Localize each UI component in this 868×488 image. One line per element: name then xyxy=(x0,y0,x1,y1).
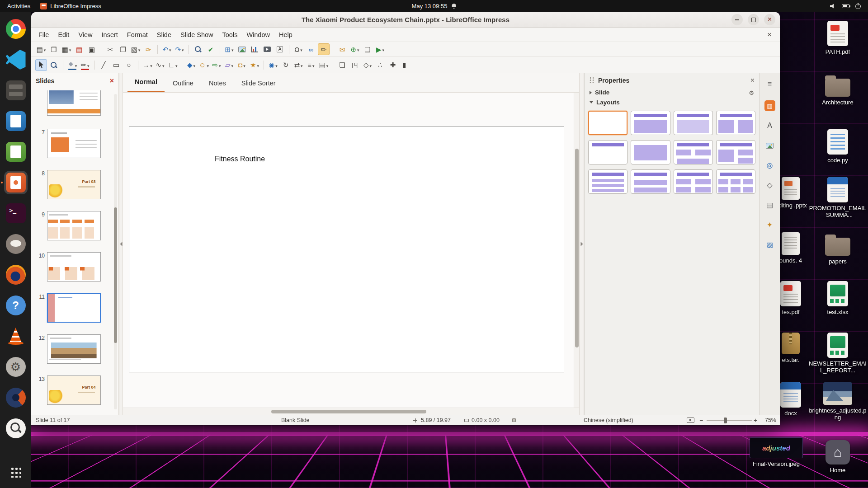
zoom-out-button[interactable] xyxy=(699,415,703,425)
menu-file[interactable]: File xyxy=(34,29,53,41)
sidebar-tab-master-slides[interactable]: ▤ xyxy=(764,199,776,211)
new-slide-dropdown-caret[interactable] xyxy=(356,45,359,53)
block-arrows-dropdown-caret[interactable] xyxy=(218,61,221,69)
fill-color-dropdown-caret[interactable] xyxy=(74,61,77,69)
insert-special-character-dropdown-caret[interactable] xyxy=(299,45,302,53)
dock-gimp[interactable] xyxy=(4,232,28,256)
insert-line-button[interactable]: ╱ xyxy=(98,59,109,71)
menu-edit[interactable]: Edit xyxy=(53,29,74,41)
connectors-dropdown-caret[interactable] xyxy=(175,61,178,69)
insert-table-dropdown-caret[interactable] xyxy=(231,45,234,53)
start-from-first-slide-dropdown-caret[interactable] xyxy=(382,45,385,53)
redo-button[interactable]: ↷ xyxy=(174,43,185,55)
copy-button[interactable]: ❐ xyxy=(117,43,129,55)
edit-points-button[interactable]: ∴ xyxy=(374,59,386,71)
layout-title-only[interactable] xyxy=(588,140,627,164)
print-button[interactable]: ▣ xyxy=(86,43,98,55)
cut-button[interactable]: ✂ xyxy=(104,43,116,55)
slides-scrollbar[interactable] xyxy=(114,94,117,409)
sidebar-tab-shapes[interactable]: ◇ xyxy=(764,179,776,192)
slide-thumbnail-9[interactable] xyxy=(47,211,101,240)
maximize-button[interactable] xyxy=(748,14,759,25)
sidebar-tab-animation[interactable]: ✦ xyxy=(764,219,776,231)
symbol-shapes-button[interactable]: ☺ xyxy=(198,59,210,71)
slide-settings-gear-icon[interactable] xyxy=(749,89,754,97)
status-slide-info[interactable]: Slide 11 of 17 xyxy=(36,415,70,425)
panel-splitter-left[interactable] xyxy=(119,73,123,415)
sidebar-tab-navigator[interactable]: ◎ xyxy=(764,159,776,172)
dock-help[interactable] xyxy=(4,294,28,317)
slide-thumbnail-13[interactable]: Part 04 xyxy=(47,375,101,405)
window-titlebar[interactable]: The Xiaomi Product Ecosystem Chain.pptx … xyxy=(31,12,780,28)
dock-terminal[interactable] xyxy=(4,202,28,225)
dock-calc[interactable] xyxy=(4,140,28,164)
show-draw-functions-button[interactable]: ✏ xyxy=(318,43,330,55)
slide-section-header[interactable]: Slide xyxy=(585,88,759,97)
toggle-extrusion-button[interactable]: ◧ xyxy=(400,59,411,71)
insert-hyperlink-button[interactable]: ∞ xyxy=(305,43,317,55)
ellipse-button[interactable]: ○ xyxy=(123,59,135,71)
select-button[interactable] xyxy=(35,59,47,71)
basic-shapes-dropdown-caret[interactable] xyxy=(193,61,196,69)
panel-splitter-right[interactable] xyxy=(579,73,584,415)
dock-files[interactable] xyxy=(4,79,28,102)
insert-table-button[interactable]: ⊞ xyxy=(223,43,235,55)
slides-scrollbar-thumb[interactable] xyxy=(114,207,117,343)
slide-thumbnail-7[interactable] xyxy=(47,129,101,158)
status-zoom-percent[interactable]: 75% xyxy=(765,415,776,425)
rectangle-button[interactable]: ▭ xyxy=(110,59,122,71)
slide-thumbnail-6[interactable] xyxy=(47,90,101,116)
start-from-first-slide-button[interactable]: ▶ xyxy=(374,43,386,55)
3d-objects-dropdown-caret[interactable] xyxy=(274,61,278,69)
undo-dropdown-caret[interactable] xyxy=(168,45,171,53)
crop-image-button[interactable]: ◳ xyxy=(349,59,361,71)
find-replace-button[interactable] xyxy=(192,43,204,55)
slide-thumbnail-10[interactable] xyxy=(47,252,101,282)
vertical-scrollbar[interactable] xyxy=(574,93,579,408)
arrange-dropdown-caret[interactable] xyxy=(326,61,329,69)
duplicate-slide-button[interactable]: ❏ xyxy=(362,43,373,55)
line-color-button[interactable]: ✏ xyxy=(79,59,91,71)
dock-vlc[interactable] xyxy=(4,324,28,348)
zoom-pan-button[interactable] xyxy=(48,59,60,71)
menu-slide-show[interactable]: Slide Show xyxy=(176,29,218,41)
dock-chrome[interactable] xyxy=(4,17,28,41)
paste-dropdown-caret[interactable] xyxy=(137,45,141,53)
slide-title-text[interactable]: Fitness Routine xyxy=(215,155,265,163)
flip-button[interactable]: ⇄ xyxy=(292,59,304,71)
insert-text-box-button[interactable]: A xyxy=(274,43,286,55)
slide-thumbnail-12[interactable] xyxy=(47,334,101,364)
paste-button[interactable]: ▧ xyxy=(130,43,142,55)
rotate-button[interactable]: ↻ xyxy=(280,59,292,71)
arrange-button[interactable]: ▤ xyxy=(318,59,330,71)
flowchart-shapes-button[interactable]: ▱ xyxy=(223,59,235,71)
sidebar-tab-gallery[interactable] xyxy=(764,139,776,152)
layout-centered-text[interactable] xyxy=(631,140,670,164)
status-layout-name[interactable]: Blank Slide xyxy=(281,415,310,425)
stars-and-banners-button[interactable]: ★ xyxy=(249,59,260,71)
layout-title-three-rows[interactable] xyxy=(588,169,627,194)
new-slide-button[interactable]: ⊕ xyxy=(349,43,361,55)
save-button[interactable]: ▦ xyxy=(61,43,72,55)
view-tab-slide-sorter[interactable]: Slide Sorter xyxy=(234,74,283,92)
activities-button[interactable]: Activities xyxy=(7,3,30,9)
insert-image-button[interactable] xyxy=(236,43,248,55)
desktop-icon-final-version-jpeg[interactable]: adjusted Final-Version.jpeg xyxy=(747,437,806,468)
dock-magnifier[interactable] xyxy=(4,417,28,440)
insert-chart-button[interactable] xyxy=(249,43,260,55)
transformations-dropdown-caret[interactable] xyxy=(369,61,372,69)
layout-two-content-over-content[interactable] xyxy=(674,140,713,164)
spelling-button[interactable]: ✔ xyxy=(205,43,217,55)
sidebar-tab-properties[interactable]: ▥ xyxy=(764,99,776,112)
symbol-shapes-dropdown-caret[interactable] xyxy=(206,61,209,69)
align-objects-dropdown-caret[interactable] xyxy=(311,61,315,69)
dock-writer[interactable] xyxy=(4,109,28,133)
new-presentation-dropdown-caret[interactable] xyxy=(43,45,46,53)
export-pdf-button[interactable]: ▤ xyxy=(73,43,85,55)
dock-firefox[interactable] xyxy=(4,263,28,286)
focused-app-indicator[interactable]: LibreOffice Impress xyxy=(40,3,101,9)
insert-special-character-button[interactable]: Ω xyxy=(292,43,304,55)
redo-dropdown-caret[interactable] xyxy=(181,45,184,53)
view-tab-notes[interactable]: Notes xyxy=(202,74,233,92)
menu-insert[interactable]: Insert xyxy=(97,29,123,41)
